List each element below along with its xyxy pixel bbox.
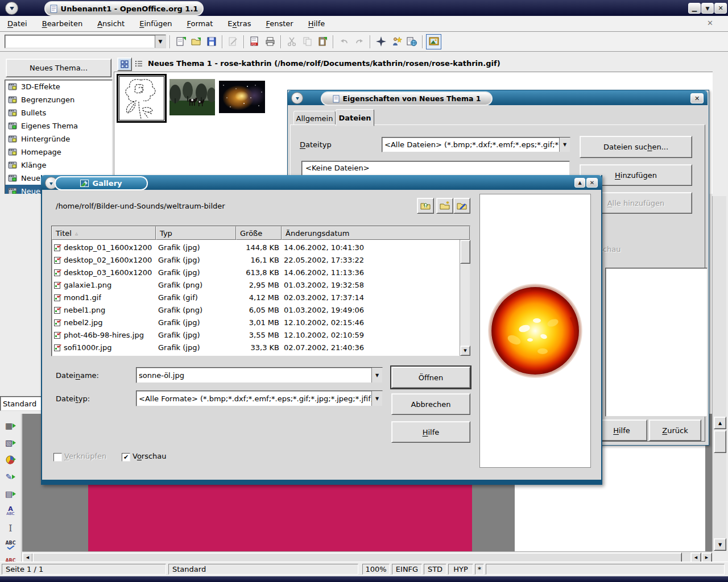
export-pdf-icon[interactable]: PDF (247, 35, 262, 49)
url-combobox[interactable]: ▼ (5, 35, 166, 48)
close-button[interactable]: ✕ (714, 3, 727, 14)
thumbnail-nebula[interactable] (219, 81, 265, 115)
cut-icon[interactable] (284, 35, 299, 49)
maximize-button[interactable]: ▼ (701, 3, 714, 14)
status-hyperlink-mode[interactable]: HYP (448, 564, 473, 575)
file-row[interactable]: nebel2.jpgGrafik (jpg)3,01 MB12.10.2002,… (52, 316, 460, 329)
window-menu-button[interactable] (291, 92, 303, 104)
chevron-down-icon[interactable]: ▼ (371, 368, 382, 383)
paragraph-style-combobox[interactable]: Standard (0, 396, 44, 411)
status-zoom[interactable]: 100% (362, 564, 390, 575)
preview-checkbox[interactable]: ✔ (122, 453, 130, 462)
up-one-level-button[interactable] (417, 198, 434, 214)
back-button[interactable]: Zurück (649, 419, 701, 441)
open-button[interactable]: Öffnen (391, 367, 470, 388)
menu-datei[interactable]: Datei (0, 16, 35, 31)
status-style[interactable]: Standard (168, 564, 358, 575)
file-type-combobox[interactable]: <Alle Dateien> (*.bmp;*.dxf;*.emf;*.eps;… (382, 137, 570, 152)
file-row[interactable]: sofi1000r.jpgGrafik (jpg)33,3 KB02.07.20… (52, 341, 460, 354)
filename-value[interactable]: sonne-öl.jpg (136, 371, 371, 380)
chevron-down-icon[interactable]: ▼ (371, 391, 382, 406)
theme-item-begrenzungen[interactable]: Begrenzungen (5, 93, 112, 106)
page-color-block[interactable] (88, 483, 472, 551)
file-row[interactable]: desktop_02_1600x1200Grafik (jpg)16,1 KB2… (52, 253, 460, 266)
theme-item-homepage[interactable]: Homepage (5, 146, 112, 159)
nonprinting-characters-icon[interactable]: I (2, 521, 20, 535)
list-view-button[interactable] (132, 57, 146, 70)
preview-checkbox-label[interactable]: Vorschau (133, 452, 167, 460)
file-row[interactable]: galaxie1.pngGrafik (png)2,95 MB01.03.200… (52, 278, 460, 291)
tab-dateien[interactable]: Dateien (336, 109, 374, 126)
theme-item-eigenes-thema[interactable]: Eigenes Thema (5, 119, 112, 132)
paste-icon[interactable] (315, 35, 329, 49)
thumbnail-rose-selected[interactable] (117, 74, 167, 123)
help-button[interactable]: Hilfe (391, 421, 470, 443)
vertical-scrollbar[interactable]: ▲ ▼ (712, 196, 726, 551)
undo-icon[interactable] (337, 35, 351, 49)
link-checkbox[interactable] (53, 453, 62, 462)
file-row[interactable]: nebel1.pngGrafik (png)6,05 MB01.03.2002,… (52, 304, 460, 316)
insert-object-icon[interactable] (2, 452, 20, 467)
insert-fields-icon[interactable]: AABC (2, 504, 20, 518)
autopilot-icon[interactable] (389, 35, 403, 49)
scroll-down-icon[interactable]: ▼ (460, 346, 470, 356)
status-page[interactable]: Seite 1 / 1 (2, 564, 166, 575)
copy-icon[interactable] (300, 35, 314, 49)
new-folder-button[interactable] (436, 198, 453, 214)
scroll-up-icon[interactable]: ▲ (714, 417, 726, 429)
hyperlink-icon[interactable] (404, 35, 419, 49)
help-button[interactable]: Hilfe (596, 419, 647, 441)
close-document-icon[interactable]: ✕ (707, 19, 713, 27)
save-icon[interactable] (204, 35, 218, 49)
column-header-titel[interactable]: Titel▵ (52, 226, 156, 240)
theme-item-hintergruende[interactable]: Hintergründe (5, 132, 112, 146)
thumbnail-landscape[interactable] (169, 79, 215, 117)
menu-ansicht[interactable]: Ansicht (90, 16, 132, 31)
menu-einfuegen[interactable]: Einfügen (132, 16, 179, 31)
file-list-scrollbar[interactable]: ▼ (460, 240, 470, 356)
new-document-icon[interactable] (173, 35, 188, 49)
status-insert-mode[interactable]: EINFG (392, 564, 422, 575)
form-functions-icon[interactable]: ▤ (2, 487, 20, 501)
chevron-down-icon[interactable]: ▼ (559, 138, 570, 152)
print-icon[interactable] (263, 35, 277, 49)
gallery-dialog-title-bar[interactable]: Gallery ▲ ✕ (41, 175, 602, 190)
properties-dialog-title-bar[interactable]: Eigenschaften von Neues Thema 1 ✕ (288, 90, 708, 105)
gallery-dialog-title-pill[interactable]: Gallery (55, 176, 148, 190)
close-button[interactable]: ✕ (586, 178, 598, 188)
grid-view-button[interactable] (117, 57, 132, 71)
default-directory-button[interactable] (453, 198, 470, 214)
properties-dialog-title-pill[interactable]: Eigenschaften von Neues Thema 1 (321, 92, 493, 106)
window-menu-button[interactable] (5, 2, 18, 15)
menu-extras[interactable]: Extras (220, 16, 258, 31)
file-row[interactable]: phot-46b-98-hires.jpgGrafik (jpg)3,55 MB… (52, 329, 460, 341)
vertical-scrollbar-thumb[interactable] (714, 430, 726, 453)
theme-item-bullets[interactable]: Bullets (5, 106, 112, 119)
insert-table-icon[interactable]: ▦ (2, 418, 20, 433)
redo-icon[interactable] (352, 35, 366, 49)
menu-format[interactable]: Format (180, 16, 221, 31)
tab-allgemein[interactable]: Allgemein (293, 111, 336, 126)
find-files-button[interactable]: Dateien suchen... (580, 136, 692, 158)
horizontal-scrollbar[interactable]: ◀ ◀ ▶ (22, 551, 712, 562)
autospellcheck-icon[interactable]: ABC (2, 538, 20, 552)
file-row[interactable]: desktop_01_1600x1200Grafik (jpg)144,8 KB… (52, 241, 460, 253)
navigator-icon[interactable] (374, 35, 388, 49)
filetype-combobox[interactable]: <Alle Formate> (*.bmp;*.dxf;*.emf;*.eps;… (136, 390, 383, 406)
chevron-down-icon[interactable]: ▼ (155, 35, 166, 48)
menu-fenster[interactable]: Fenster (258, 16, 300, 31)
close-button[interactable]: ✕ (690, 93, 704, 103)
shade-button[interactable]: ▲ (574, 178, 585, 188)
gallery-icon[interactable] (426, 34, 441, 49)
file-row[interactable]: mond1.gifGrafik (gif)4,12 MB02.03.2002, … (52, 291, 460, 304)
open-icon[interactable] (189, 35, 203, 49)
title-bar[interactable]: Unbenannt1 - OpenOffice.org 1.1 ▁ ▼ ✕ (0, 0, 728, 16)
status-selection-mode[interactable]: STD (424, 564, 446, 575)
menu-hilfe[interactable]: Hilfe (301, 16, 333, 31)
file-list-scrollbar-thumb[interactable] (460, 240, 470, 264)
edit-file-icon[interactable] (226, 35, 240, 49)
file-list[interactable]: Titel▵ Typ Größe Änderungsdatum desktop_… (51, 226, 470, 356)
theme-item-klaenge[interactable]: Klänge (5, 159, 112, 172)
scroll-down-icon[interactable]: ▼ (714, 538, 726, 551)
column-header-groesse[interactable]: Größe (236, 226, 282, 240)
